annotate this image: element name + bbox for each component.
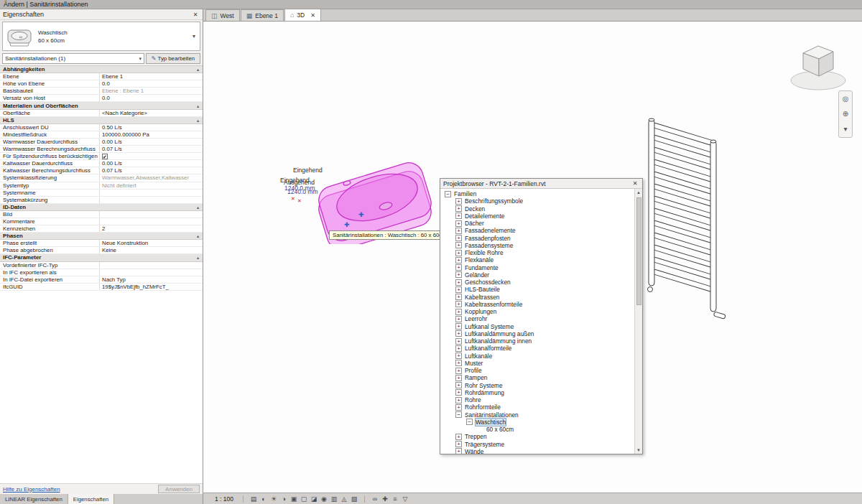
tree-item-label[interactable]: Luftkanaldämmung außen [465, 330, 534, 337]
property-value-cell[interactable]: 100000.000000 Pa [99, 131, 203, 138]
temporary-hide-isolate-icon[interactable]: ◪ [309, 495, 319, 503]
tree-item-label[interactable]: HLS-Bauteile [465, 286, 500, 293]
crop-view-icon[interactable]: ▣ [289, 495, 299, 503]
worksharing-display-icon[interactable]: ▧ [349, 495, 359, 503]
tree-toggle-icon[interactable] [455, 434, 462, 440]
tree-item-label[interactable]: Dächer [465, 220, 484, 227]
tree-item[interactable]: Dächer [440, 220, 634, 227]
property-value-cell[interactable]: 0.0 [99, 80, 203, 87]
tree-item-label[interactable]: Geschossdecken [465, 279, 511, 286]
editable-only-icon[interactable]: ∞ [370, 495, 380, 503]
property-value-cell[interactable]: Keine [99, 247, 203, 253]
move-grip-icon[interactable]: ✚ [344, 221, 350, 228]
tree-item[interactable]: 60 x 60cm [440, 426, 634, 433]
property-value-cell[interactable]: <Nach Kategorie> [99, 110, 203, 116]
tree-toggle-icon[interactable] [455, 250, 462, 256]
tree-item[interactable]: Fassadensysteme [440, 242, 634, 249]
tree-toggle-icon[interactable] [455, 294, 462, 300]
tree-scrollbar[interactable]: ▲ ▼ [634, 189, 642, 454]
tree-item[interactable]: Kabeltrassen [440, 294, 634, 301]
radiator-3d[interactable] [643, 115, 736, 330]
property-value-cell[interactable]: Ebene : Ebene 1 [99, 88, 203, 94]
tree-item[interactable]: Leerrohr [440, 315, 634, 322]
visual-style-icon[interactable]: ◐ [259, 495, 269, 503]
project-browser-titlebar[interactable]: Projektbrowser - RVT-2-1-Familien.rvt [440, 179, 642, 189]
tree-item[interactable]: Fundamente [440, 264, 634, 271]
tree-item-label[interactable]: Decken [465, 205, 485, 213]
tree-item[interactable]: Flexkanäle [440, 256, 634, 263]
property-value-cell[interactable]: Ebene 1 [99, 73, 203, 80]
type-selector[interactable]: Waschtisch 60 x 60cm [2, 22, 200, 51]
tree-toggle-icon[interactable] [455, 330, 462, 337]
tree-item[interactable]: Trägersysteme [440, 441, 634, 448]
property-value-cell[interactable]: 0.00 L/s [99, 139, 203, 145]
drawing-canvas[interactable]: Eingehend Eingehend Ausgehend 1240.0 mm … [203, 22, 862, 493]
scroll-down-icon[interactable]: ▼ [636, 447, 641, 454]
navigation-wheel-icon[interactable]: ◎ [843, 95, 849, 103]
tree-item[interactable]: Waschtisch [440, 419, 634, 426]
tree-toggle-icon[interactable] [455, 213, 462, 219]
tree-item-label[interactable]: Rohrformteile [465, 403, 501, 411]
detail-level-icon[interactable]: ▤ [249, 495, 259, 503]
shadows-icon[interactable]: ◑ [279, 495, 289, 503]
view-scale-control[interactable]: 1 : 100 [210, 495, 238, 503]
checkbox[interactable] [102, 154, 108, 159]
press-drag-icon[interactable]: ✚ [380, 495, 390, 503]
tree-item-label[interactable]: Rampen [465, 374, 487, 381]
property-value-cell[interactable] [99, 153, 203, 159]
tree-toggle-icon[interactable] [445, 191, 451, 197]
tree-item[interactable]: HLS-Bauteile [440, 286, 634, 293]
tree-item-label[interactable]: Trägersysteme [465, 441, 504, 448]
tree-toggle-icon[interactable] [455, 323, 462, 330]
edit-type-button[interactable]: ✎ Typ bearbeiten [146, 53, 200, 64]
dimension-label[interactable]: 1240.0 mm [287, 188, 318, 195]
tree-item[interactable]: Kabeltrassenformteile [440, 301, 634, 308]
tree-item[interactable]: Detailelemente [440, 213, 634, 220]
tree-toggle-icon[interactable] [455, 264, 462, 271]
tree-item[interactable]: Luftkanal Systeme [440, 323, 634, 330]
zoom-icon[interactable]: ⊕ [843, 111, 848, 118]
background-processes-icon[interactable]: ≡ [390, 495, 400, 503]
tree-item[interactable]: Rampen [440, 374, 634, 381]
tree-item-label[interactable]: Luftkanäle [465, 353, 492, 360]
property-value-cell[interactable] [99, 190, 203, 196]
close-browser-icon[interactable] [631, 180, 639, 187]
tree-item[interactable]: Beschriftungssymbole [440, 197, 634, 205]
properties-help-link[interactable]: Hilfe zu Eigenschaften [3, 486, 158, 493]
tree-item-label[interactable]: Familien [454, 190, 476, 197]
tree-toggle-icon[interactable] [455, 242, 462, 248]
tree-item[interactable]: Luftkanaldämmung außen [440, 330, 634, 337]
property-value-cell[interactable]: 19$yJ$nVbEjfb_hZMrFcT_ [99, 284, 203, 290]
tree-toggle-icon[interactable] [455, 382, 462, 388]
property-value-cell[interactable]: 0.0 [99, 95, 203, 101]
tree-toggle-icon[interactable] [455, 404, 462, 411]
tree-toggle-icon[interactable] [455, 271, 462, 278]
tree-item[interactable]: Luftkanalformteile [440, 345, 634, 352]
connector-marker-icon[interactable]: ✕ [291, 196, 295, 202]
tree-toggle-icon[interactable] [455, 316, 462, 322]
sun-path-icon[interactable]: ☀ [269, 495, 279, 503]
tree-item[interactable]: Geländer [440, 271, 634, 279]
tree-item-label[interactable]: Fassadenpfosten [465, 235, 511, 242]
tree-toggle-icon[interactable] [455, 345, 462, 352]
tree-item-label[interactable]: Rohr Systeme [465, 382, 503, 389]
navbar-options-icon[interactable]: ▾ [843, 126, 847, 133]
property-value-cell[interactable] [99, 218, 203, 225]
tree-item-label[interactable]: Geländer [465, 271, 489, 279]
temporary-view-properties-icon[interactable]: ▥ [329, 495, 339, 503]
tree-toggle-icon[interactable] [466, 419, 473, 425]
tree-toggle-icon[interactable] [455, 309, 462, 315]
properties-tab[interactable]: LINEAR Eigenschaften [0, 494, 68, 504]
tree-toggle-icon[interactable] [455, 205, 462, 212]
tree-item[interactable]: Flexible Rohre [440, 249, 634, 256]
tree-toggle-icon[interactable] [455, 279, 462, 286]
property-value-cell[interactable] [99, 197, 203, 203]
tree-item-label[interactable]: Fassadenelemente [465, 227, 516, 234]
tree-item[interactable]: Luftkanaldämmung innen [440, 337, 634, 345]
tree-item-label[interactable]: Beschriftungssymbole [465, 197, 523, 205]
tree-toggle-icon[interactable] [455, 368, 462, 374]
tree-toggle-icon[interactable] [455, 220, 462, 227]
tree-item[interactable]: Treppen [440, 433, 634, 440]
tree-item-label[interactable]: 60 x 60cm [486, 426, 514, 433]
tree-toggle-icon[interactable] [455, 338, 462, 345]
